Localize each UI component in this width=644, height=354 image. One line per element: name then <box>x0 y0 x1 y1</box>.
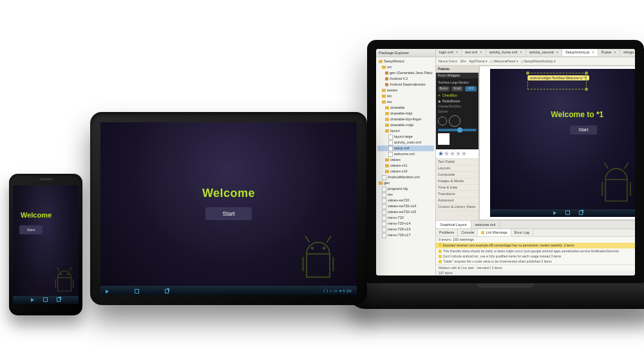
palette-section[interactable]: Advanced <box>436 198 478 204</box>
tree-item[interactable]: menu-720 <box>377 215 434 221</box>
palette-section[interactable]: Time & Date <box>436 185 478 191</box>
tree-item[interactable]: Android Dependencies <box>377 82 434 88</box>
editor-subtabs[interactable]: Graphical Layout welcome.xml <box>436 220 635 228</box>
tree-item[interactable]: layout <box>377 128 434 134</box>
problems-tab[interactable]: Problems <box>436 229 458 236</box>
layout-canvas[interactable]: android.widget.TextView Welcome to *1 We… <box>479 66 635 220</box>
tree-item[interactable]: setup.xml <box>377 145 434 151</box>
problems-tab[interactable]: Console <box>458 229 478 236</box>
tree-item[interactable]: values-v11 <box>377 163 434 169</box>
palette-section[interactable]: Layouts <box>436 165 478 172</box>
tree-item[interactable]: bin <box>377 93 434 99</box>
tree-item[interactable]: gen <box>377 180 434 186</box>
nav-home-icon[interactable] <box>43 297 48 302</box>
tree-item[interactable]: proguard.cfg <box>377 186 434 192</box>
editor-tab[interactable]: activity_home.xml× <box>486 49 526 56</box>
tree-item[interactable]: res <box>377 99 434 105</box>
problems-rows[interactable]: This Handler class should be static or l… <box>436 248 635 265</box>
device-config-dropdown[interactable]: Nexus One ▾ <box>439 59 457 63</box>
editor-tabs[interactable]: login.xml×test.xml×activity_home.xml×act… <box>436 49 635 57</box>
tree-item[interactable]: values-v14 <box>377 169 434 174</box>
phone-start-button[interactable]: Start <box>19 225 43 234</box>
palette-checkedtext[interactable]: CheckedTextView <box>438 105 477 108</box>
close-icon[interactable]: × <box>592 49 594 56</box>
preview-title-text[interactable]: Welcome to *1 <box>551 110 603 119</box>
close-icon[interactable]: × <box>614 49 616 56</box>
tree-item[interactable]: menu-720-v15 <box>377 227 434 232</box>
palette-textview-row[interactable]: TextView Large Medium <box>438 81 477 84</box>
palette-section-form-widgets[interactable]: Form Widgets <box>436 73 478 79</box>
subtab-graphical[interactable]: Graphical Layout <box>436 221 471 228</box>
editor-tab[interactable]: strings.xml× <box>620 49 635 56</box>
tree-item[interactable]: drawable-hdpi <box>377 111 434 116</box>
tree-item[interactable]: values-sw720-v15 <box>377 209 434 215</box>
close-icon[interactable]: × <box>520 49 522 56</box>
problems-tab[interactable]: Lint Warnings <box>478 229 511 236</box>
nav-home-icon[interactable] <box>135 289 139 293</box>
problems-filter-row[interactable]: Markers with id ('my task', 'transient')… <box>436 265 635 270</box>
tree-item[interactable]: values-sw720 <box>377 198 434 203</box>
resize-handle-icon[interactable] <box>585 71 588 75</box>
widget-palette[interactable]: Palette Form Widgets TextView Large Medi… <box>436 66 479 220</box>
tree-item[interactable]: drawable-ldpi-finger <box>377 116 434 122</box>
problems-tab[interactable]: Error Log <box>511 229 533 236</box>
tree-item[interactable]: drawable <box>377 105 434 111</box>
toolbar-extra-1[interactable]: ◻ WelcomePanel ▾ <box>490 59 518 63</box>
project-tree[interactable]: SetupWizardsrcgen (Generated Java Files)… <box>376 57 435 275</box>
theme-dropdown[interactable]: AppTheme ▾ <box>469 59 488 63</box>
subtab-xml[interactable]: welcome.xml <box>471 221 500 228</box>
nav-back-icon[interactable] <box>106 290 109 293</box>
tree-item[interactable]: gen (Generated Java Files) <box>377 70 434 76</box>
tree-item[interactable]: values <box>377 157 434 163</box>
editor-tab[interactable]: activity_second× <box>526 49 562 56</box>
editor-tab[interactable]: login.xml× <box>436 49 462 56</box>
problems-row[interactable]: "folder" requires the v-code value to be… <box>436 259 635 264</box>
palette-button-widget[interactable]: Button <box>438 86 450 91</box>
tree-item[interactable]: activity_main.xml <box>377 140 434 145</box>
problems-highlighted-row[interactable]: Exported receiver com.example.AB.somewid… <box>436 243 635 248</box>
tree-item[interactable]: welcome.xml <box>377 151 434 157</box>
palette-section[interactable]: Images & Media <box>436 178 478 185</box>
problems-row[interactable]: This Handler class should be static or l… <box>436 248 635 254</box>
tree-item[interactable]: values-sw720-v14 <box>377 203 434 209</box>
quickcontact-icon[interactable] <box>438 133 450 145</box>
tree-item[interactable]: res <box>377 192 434 198</box>
editor-tab[interactable]: SetupActivity.ja× <box>562 49 598 56</box>
palette-radio[interactable]: ◉ RadioButton <box>438 99 477 103</box>
palette-section[interactable]: Text Fields <box>436 159 478 165</box>
problems-tabs[interactable]: ProblemsConsole Lint WarningsError Log <box>436 229 635 237</box>
palette-small-button[interactable]: Small <box>451 86 463 91</box>
nav-back-icon[interactable] <box>31 298 34 302</box>
palette-section[interactable]: Transitions <box>436 191 478 198</box>
tree-item[interactable]: assets <box>377 88 434 93</box>
palette-checkbox[interactable]: ✔ CheckBox <box>438 93 477 97</box>
palette-section[interactable]: Custom & Library Views <box>436 204 478 210</box>
close-icon[interactable]: × <box>456 49 459 56</box>
nav-recent-icon[interactable] <box>57 297 61 302</box>
tablet-start-button[interactable]: Start <box>205 207 252 220</box>
progress-circle-icon[interactable] <box>438 116 447 126</box>
tree-item[interactable]: Android 4.2 <box>377 76 434 82</box>
api-level-dropdown[interactable]: 18 ▾ <box>460 59 466 63</box>
palette-rating-bar[interactable]: ★★★★★ <box>436 149 478 159</box>
tree-item[interactable]: menu-720-v17 <box>377 232 434 238</box>
palette-toggle-off[interactable]: OFF <box>465 86 477 91</box>
layout-toolbar[interactable]: Nexus One ▾ 18 ▾ AppTheme ▾ ◻ WelcomePan… <box>436 57 635 66</box>
nav-recent-icon[interactable] <box>165 289 169 293</box>
tree-item[interactable]: AndroidManifest.xml <box>377 174 434 180</box>
editor-tab[interactable]: test.xml× <box>462 49 486 56</box>
preview-start-button[interactable]: Start <box>570 126 597 135</box>
resize-handle-icon[interactable] <box>526 71 529 75</box>
tree-item[interactable]: layout-large <box>377 134 434 140</box>
editor-tab[interactable]: R.java× <box>598 49 620 56</box>
toolbar-extra-2[interactable]: ◻ SetupWizardActivity ▾ <box>521 59 556 63</box>
tree-item[interactable]: SetupWizard <box>377 59 434 64</box>
palette-spinner[interactable]: Spinner <box>438 110 477 113</box>
close-icon[interactable]: × <box>480 49 482 56</box>
tree-item[interactable]: menu-720-v14 <box>377 221 434 227</box>
palette-section[interactable]: Composite <box>436 172 478 178</box>
tree-item[interactable]: drawable-mdpi <box>377 122 434 128</box>
problems-row[interactable]: Don't include android:src, use a fully q… <box>436 254 635 259</box>
close-icon[interactable]: × <box>556 49 559 56</box>
resize-handle-icon[interactable] <box>585 88 588 91</box>
